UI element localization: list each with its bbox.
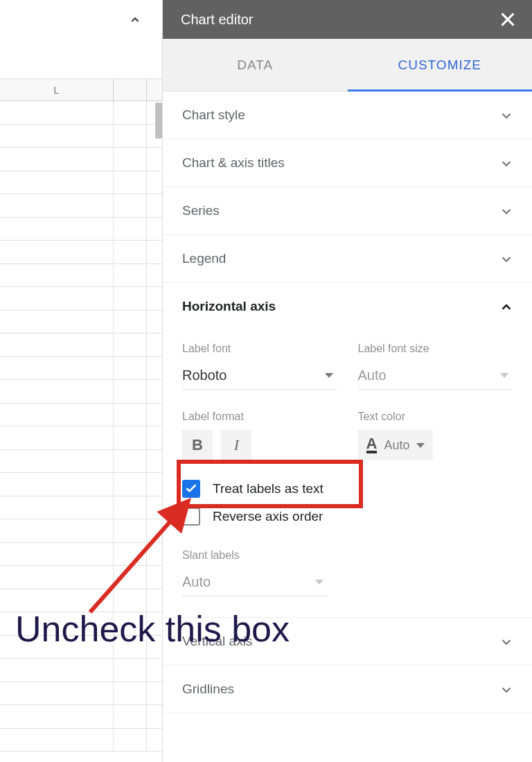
- column-header-m[interactable]: [114, 79, 147, 101]
- cell-row[interactable]: [0, 426, 162, 450]
- section-header-chart-axis-titles[interactable]: Chart & axis titles: [163, 139, 532, 187]
- cell-row[interactable]: [0, 101, 162, 125]
- horizontal-axis-body: Label font Roboto Label font size Auto: [163, 330, 532, 617]
- cell-row[interactable]: [0, 380, 162, 404]
- cell-row[interactable]: [0, 729, 162, 752]
- tab-data[interactable]: DATA: [163, 39, 348, 92]
- tabs: DATA CUSTOMIZE: [163, 39, 532, 92]
- column-header-l[interactable]: L: [0, 79, 114, 101]
- dropdown-caret-icon: [315, 580, 323, 585]
- section-header-series[interactable]: Series: [163, 187, 532, 234]
- treat-labels-as-text-checkbox[interactable]: [182, 480, 200, 498]
- cell-row[interactable]: [0, 264, 162, 288]
- italic-button[interactable]: I: [221, 430, 251, 460]
- close-icon[interactable]: [499, 10, 517, 28]
- text-color-value: Auto: [384, 438, 409, 453]
- field-label: Text color: [358, 410, 513, 423]
- chevron-down-icon: [499, 156, 513, 170]
- cell-row[interactable]: [0, 496, 162, 520]
- section-label: Horizontal axis: [182, 299, 276, 314]
- cell-row[interactable]: [0, 287, 162, 311]
- field-label-format: Label format B I: [182, 410, 337, 460]
- blank-toolbar-strip: [0, 39, 162, 79]
- field-label: Label font: [182, 343, 337, 355]
- cell-row[interactable]: [0, 194, 162, 218]
- field-label: Label font size: [358, 343, 513, 355]
- chevron-down-icon: [499, 204, 513, 218]
- section-vertical-axis: Vertical axis: [163, 618, 532, 666]
- section-header-gridlines[interactable]: Gridlines: [163, 666, 532, 713]
- chevron-down-icon: [499, 108, 513, 122]
- cell-row[interactable]: [0, 636, 162, 659]
- chart-editor-panel: Chart editor DATA CUSTOMIZE Chart style: [162, 0, 532, 762]
- cell-row[interactable]: [0, 218, 162, 241]
- cell-row[interactable]: [0, 311, 162, 334]
- cell-row[interactable]: [0, 404, 162, 427]
- chevron-up-icon[interactable]: [127, 12, 141, 26]
- cell-row[interactable]: [0, 241, 162, 264]
- column-header-end[interactable]: [147, 79, 162, 101]
- field-slant-labels: Slant labels Auto: [182, 549, 513, 596]
- tab-customize[interactable]: CUSTOMIZE: [348, 39, 533, 92]
- cell-row[interactable]: [0, 334, 162, 357]
- field-label-font: Label font Roboto: [182, 343, 337, 390]
- section-series: Series: [163, 187, 532, 235]
- cell-row[interactable]: [0, 357, 162, 381]
- cell-row[interactable]: [0, 519, 162, 543]
- section-label: Gridlines: [182, 682, 234, 697]
- section-chart-style: Chart style: [163, 92, 532, 139]
- cell-row[interactable]: [0, 450, 162, 474]
- section-header-legend[interactable]: Legend: [163, 235, 532, 282]
- chevron-up-icon: [499, 300, 513, 313]
- field-label: Slant labels: [182, 549, 513, 562]
- section-label: Legend: [182, 251, 226, 266]
- cell-row[interactable]: [0, 148, 162, 171]
- text-color-a-icon: A: [366, 437, 378, 453]
- column-header-row: L: [0, 79, 162, 101]
- field-label-font-size: Label font size Auto: [358, 343, 513, 390]
- field-label: Label format: [182, 410, 337, 423]
- scrollbar-thumb[interactable]: [155, 103, 162, 139]
- dropdown-caret-icon: [325, 373, 333, 378]
- section-label: Chart style: [182, 107, 245, 123]
- section-header-chart-style[interactable]: Chart style: [163, 92, 532, 139]
- label-font-size-select[interactable]: Auto: [358, 362, 513, 390]
- cell-row[interactable]: [0, 473, 162, 496]
- section-chart-axis-titles: Chart & axis titles: [163, 139, 532, 187]
- reverse-axis-order-row[interactable]: Reverse axis order: [182, 508, 513, 526]
- editor-header: Chart editor: [163, 0, 532, 39]
- section-header-vertical-axis[interactable]: Vertical axis: [163, 618, 532, 665]
- slant-labels-select[interactable]: Auto: [182, 569, 328, 596]
- section-horizontal-axis: Horizontal axis Label font Roboto: [163, 283, 532, 618]
- chevron-down-icon: [499, 634, 513, 648]
- label-font-select[interactable]: Roboto: [182, 362, 337, 390]
- sections-scroll: Chart style Chart & axis titles Series: [163, 92, 532, 762]
- editor-title: Chart editor: [181, 12, 254, 28]
- treat-labels-as-text-row[interactable]: Treat labels as text: [182, 480, 513, 498]
- chevron-down-icon: [499, 682, 513, 696]
- dropdown-caret-icon: [416, 443, 425, 448]
- checkbox-label: Reverse axis order: [213, 509, 323, 524]
- cell-row[interactable]: [0, 682, 162, 706]
- select-value: Roboto: [182, 367, 227, 383]
- cells-grid[interactable]: [0, 101, 162, 762]
- section-label: Series: [182, 203, 220, 218]
- dropdown-caret-icon: [500, 373, 508, 378]
- cell-row[interactable]: [0, 125, 162, 148]
- cell-row[interactable]: [0, 543, 162, 566]
- cell-row[interactable]: [0, 659, 162, 682]
- cell-row[interactable]: [0, 566, 162, 589]
- section-label: Vertical axis: [182, 634, 252, 649]
- cell-row[interactable]: [0, 612, 162, 636]
- cell-row[interactable]: [0, 705, 162, 729]
- bold-button[interactable]: B: [182, 430, 213, 460]
- cell-row[interactable]: [0, 589, 162, 613]
- select-value: Auto: [182, 574, 211, 590]
- cell-row[interactable]: [0, 171, 162, 195]
- select-value: Auto: [358, 367, 387, 383]
- reverse-axis-order-checkbox[interactable]: [182, 508, 200, 526]
- section-legend: Legend: [163, 235, 532, 283]
- section-header-horizontal-axis[interactable]: Horizontal axis: [163, 283, 532, 330]
- text-color-picker[interactable]: A Auto: [358, 430, 434, 460]
- section-label: Chart & axis titles: [182, 155, 285, 171]
